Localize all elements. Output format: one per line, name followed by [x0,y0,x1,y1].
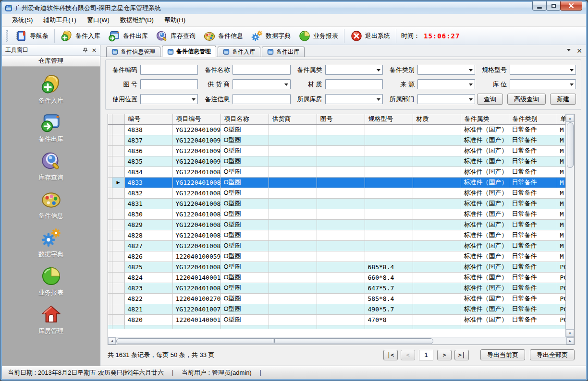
grid-cell[interactable] [365,209,413,219]
menu-item[interactable]: 系统(S) [7,13,38,27]
grid-cell[interactable]: 标准件（国产） [461,230,509,240]
grid-cell[interactable] [269,240,317,251]
grid-cell[interactable]: YG12204010091 [172,145,220,156]
grid-cell[interactable]: 标准件（国产） [461,124,509,135]
prev-page-button[interactable]: < [401,350,415,360]
toolbar-button-data-dictionary[interactable]: 数据字典 [247,28,294,44]
scroll-left-icon[interactable]: ◄ [108,337,116,345]
grid-cell[interactable] [413,188,461,198]
menu-item[interactable]: 辅助工具(T) [38,13,82,27]
grid-cell[interactable] [317,167,365,177]
grid-cell[interactable] [413,262,461,272]
grid-cell[interactable] [365,177,413,188]
grid-cell[interactable]: YG12204010080 [172,283,220,293]
grid-cell[interactable]: 4836 [124,145,172,156]
toolbar-button-navbar[interactable]: 导航条 [11,28,52,44]
next-page-button[interactable]: > [437,350,452,360]
grid-cell[interactable] [413,124,461,135]
menu-item[interactable]: 窗口(W) [82,13,115,27]
grid-cell[interactable]: O型圈 [220,209,269,219]
grid-cell[interactable]: 日常备件 [509,198,557,209]
grid-cell[interactable] [413,304,461,314]
grid-column-header[interactable]: 图号 [317,114,365,124]
grid-cell[interactable] [269,167,317,177]
grid-cell[interactable]: 4823 [124,283,172,293]
grid-cell[interactable] [365,188,413,198]
vertical-scrollbar[interactable]: ▲ ▼ [565,114,574,337]
grid-cell[interactable]: 标准件（国产） [461,219,509,230]
page-number-input[interactable]: 1 [419,350,433,360]
search-select[interactable] [325,94,383,104]
grid-cell[interactable]: 标准件（国产） [461,251,509,262]
grid-cell[interactable]: M [557,209,565,219]
grid-cell[interactable]: M [557,230,565,240]
search-input[interactable] [233,94,290,104]
grid-cell[interactable] [317,135,365,145]
grid-cell[interactable] [365,167,413,177]
grid-cell[interactable]: 1220401002700 [172,293,220,304]
grid-cell[interactable]: O型圈 [220,251,269,262]
grid-cell[interactable]: YG12204010085 [172,209,220,219]
first-page-button[interactable]: |< [383,350,398,360]
search-select[interactable] [510,79,576,89]
grid-cell[interactable]: 4826 [124,251,172,262]
tab-list-chevron-down-icon[interactable] [567,49,571,53]
grid-cell[interactable]: 日常备件 [509,167,557,177]
grid-cell[interactable] [317,293,365,304]
grid-cell[interactable] [365,145,413,156]
grid-column-header[interactable]: 备件类别 [509,114,557,124]
grid-cell[interactable]: 日常备件 [509,251,557,262]
grid-cell[interactable] [317,314,365,325]
minimize-button[interactable] [532,1,547,11]
restore-button[interactable] [546,1,561,11]
grid-cell[interactable]: 日常备件 [509,145,557,156]
grid-cell[interactable] [317,304,365,314]
grid-cell[interactable] [269,304,317,314]
grid-cell[interactable]: 标准件（国产） [461,272,509,283]
grid-cell[interactable]: O型圈 [220,124,269,135]
sidebar-item-spare-info[interactable]: 备件信息 [17,187,85,222]
sidebar-item-inventory-query[interactable]: 库存查询 [17,148,85,184]
grid-cell[interactable] [317,124,365,135]
grid-cell[interactable]: 647*5.7 [365,283,413,293]
grid-cell[interactable]: O型圈 [220,272,269,283]
sidebar-item-data-dictionary[interactable]: 数据字典 [17,225,85,261]
grid-cell[interactable] [413,293,461,304]
search-select[interactable] [417,94,475,104]
grid-cell[interactable]: M [557,219,565,230]
grid-cell[interactable] [413,156,461,167]
grid-cell[interactable] [317,251,365,262]
grid-column-header[interactable]: 单位 [557,114,565,124]
grid-cell[interactable]: 日常备件 [509,240,557,251]
grid-cell[interactable]: YG12204010084 [172,219,220,230]
grid-cell[interactable]: YG12204010086 [172,198,220,209]
grid-cell[interactable] [413,251,461,262]
grid-cell[interactable]: 660*8.4 [365,272,413,283]
scroll-up-icon[interactable]: ▲ [566,114,574,122]
grid-cell[interactable]: PC [557,272,565,283]
search-button[interactable]: 高级查询 [507,94,546,105]
grid-cell[interactable]: YG12204010087 [172,188,220,198]
grid-cell[interactable]: O型圈 [220,167,269,177]
search-input[interactable] [325,79,383,89]
search-select[interactable] [417,65,475,75]
grid-cell[interactable] [317,209,365,219]
export-all-pages-button[interactable]: 导出全部页 [530,349,575,360]
grid-cell[interactable]: 4828 [124,230,172,240]
grid-cell[interactable] [413,219,461,230]
grid-cell[interactable] [413,240,461,251]
search-select[interactable] [417,79,475,89]
grid-cell[interactable]: 4830 [124,209,172,219]
grid-cell[interactable] [269,251,317,262]
sidebar-item-stock-out[interactable]: 备件出库 [17,110,85,145]
grid-cell[interactable]: 日常备件 [509,177,557,188]
grid-cell[interactable]: 日常备件 [509,283,557,293]
search-select[interactable] [325,65,383,75]
tab-item-4[interactable]: 备件出库 [262,47,305,57]
grid-cell[interactable]: 标准件（国产） [461,314,509,325]
grid-cell[interactable]: 4831 [124,198,172,209]
grid-cell[interactable]: YG12204010093 [172,124,220,135]
grid-cell[interactable] [317,145,365,156]
grid-cell[interactable]: M [557,156,565,167]
grid-cell[interactable]: 标准件（国产） [461,156,509,167]
